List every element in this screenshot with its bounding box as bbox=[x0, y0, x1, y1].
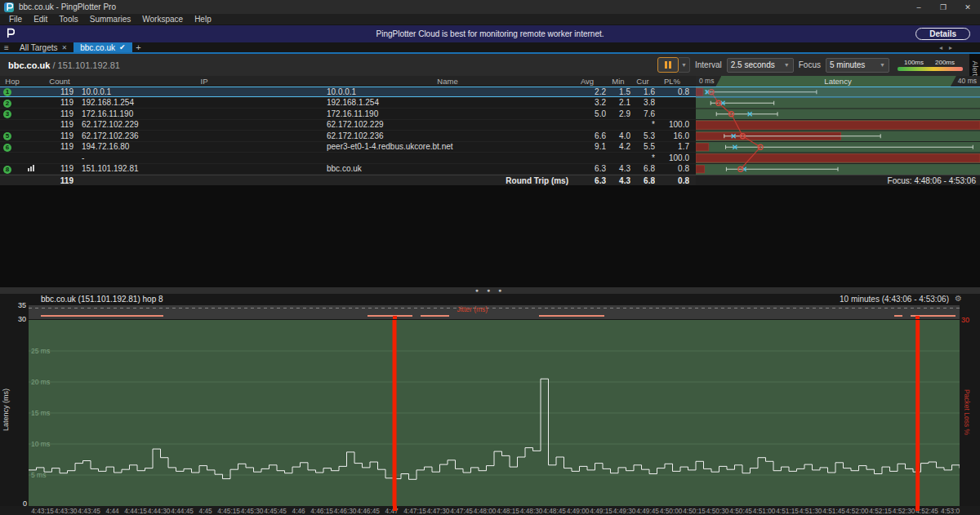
x-tick-label: 4:50:00 bbox=[660, 507, 683, 515]
hop-latency-graph[interactable] bbox=[696, 87, 980, 175]
menu-edit[interactable]: Edit bbox=[28, 15, 53, 24]
tab-all-targets[interactable]: All Targets ✕ bbox=[13, 42, 74, 52]
close-button[interactable]: ✕ bbox=[956, 0, 980, 14]
interval-label: Interval bbox=[695, 60, 722, 69]
tab-all-targets-label: All Targets bbox=[20, 43, 58, 52]
jitter-segment bbox=[894, 315, 902, 317]
timeline-range-label[interactable]: 10 minutes (4:43:06 - 4:53:06) bbox=[840, 295, 949, 304]
hop-avg: 2.2 bbox=[568, 87, 606, 96]
round-trip-label: Round Trip (ms) bbox=[327, 176, 568, 185]
hop-avg: 3.2 bbox=[568, 98, 606, 107]
hamburger-icon[interactable]: ≡ bbox=[0, 42, 13, 52]
y-axis-title: Latency (ms) bbox=[2, 381, 10, 438]
hop-pl: 0.8 bbox=[655, 164, 689, 173]
x-tick-label: 4:46:30 bbox=[334, 507, 357, 515]
details-button[interactable]: Details bbox=[915, 28, 970, 40]
hop-icon-cell bbox=[24, 164, 46, 173]
hop-min: 2.9 bbox=[606, 109, 630, 118]
col-avg[interactable]: Avg bbox=[568, 77, 606, 86]
packet-loss-axis-mark bbox=[915, 506, 920, 511]
hop-name: 10.0.0.1 bbox=[327, 87, 568, 96]
menu-help[interactable]: Help bbox=[189, 15, 217, 24]
round-trip-avg: 6.3 bbox=[568, 176, 606, 185]
table-row-hop-7[interactable]: -*100.0 bbox=[0, 153, 696, 164]
focus-range-label: Focus: 4:48:06 - 4:53:06 bbox=[696, 175, 980, 185]
hop-min: 4.3 bbox=[606, 164, 630, 173]
table-row-hop-1[interactable]: 111910.0.0.110.0.0.12.21.51.60.8 bbox=[0, 87, 696, 98]
table-row-hop-6[interactable]: 6119194.72.16.80peer3-et0-1-4.redbus.ukc… bbox=[0, 142, 696, 153]
interval-select[interactable]: 2.5 seconds ▼ bbox=[727, 58, 794, 73]
round-trip-row: 119 Round Trip (ms) 6.3 4.3 6.8 0.8 bbox=[0, 175, 696, 185]
hop-min: 4.0 bbox=[606, 131, 630, 140]
target-title: bbc.co.uk / 151.101.192.81 bbox=[8, 60, 120, 70]
hop-cur: 7.6 bbox=[630, 109, 655, 118]
menu-summaries[interactable]: Summaries bbox=[84, 15, 137, 24]
jitter-segment bbox=[368, 315, 412, 317]
table-row-hop-2[interactable]: 2119192.168.1.254192.168.1.2543.22.13.8 bbox=[0, 98, 696, 109]
table-row-hop-4[interactable]: 11962.172.102.22962.172.102.229*100.0 bbox=[0, 120, 696, 131]
focus-value: 5 minutes bbox=[830, 60, 865, 69]
minimize-button[interactable]: – bbox=[906, 0, 931, 14]
y-axis-max-label: 30 bbox=[18, 315, 26, 323]
add-target-button[interactable]: + bbox=[132, 42, 145, 52]
svg-text:25 ms: 25 ms bbox=[31, 347, 50, 355]
hop-name: bbc.co.uk bbox=[327, 164, 568, 173]
col-cur[interactable]: Cur bbox=[630, 77, 655, 86]
table-header: Hop Count IP Name Avg Min Cur PL% bbox=[0, 76, 696, 87]
col-min[interactable]: Min bbox=[606, 77, 630, 86]
x-tick-label: 4:43:45 bbox=[78, 507, 100, 515]
hop-avg: 6.6 bbox=[568, 131, 606, 140]
hop-ip: 62.172.102.236 bbox=[82, 131, 327, 140]
x-tick-label: 4:48:15 bbox=[497, 507, 519, 515]
x-tick-label: 4:45:45 bbox=[264, 507, 287, 515]
scroll-tabs-right-icon[interactable]: ▸ bbox=[949, 44, 952, 51]
focus-select[interactable]: 5 minutes ▼ bbox=[826, 58, 889, 73]
hop-badge: 8 bbox=[3, 166, 11, 174]
latency-column-header[interactable]: Latency 0 ms 40 ms bbox=[696, 76, 980, 87]
time-axis: 4:43:154:43:304:43:454:444:44:154:44:304… bbox=[0, 506, 980, 515]
hop-badge: 1 bbox=[3, 88, 11, 96]
window-title: bbc.co.uk - PingPlotter Pro bbox=[19, 2, 116, 11]
x-tick-label: 4:52:00 bbox=[846, 507, 869, 515]
tab-bbc[interactable]: bbc.co.uk ✔ bbox=[74, 42, 131, 52]
hop-count: 119 bbox=[46, 131, 74, 140]
close-tab-icon[interactable]: ✕ bbox=[62, 44, 68, 51]
target-ip: / 151.101.192.81 bbox=[52, 60, 120, 70]
packet-loss-axis-title: Packet Loss % bbox=[963, 384, 971, 441]
latency-timeline-chart[interactable]: 25 ms20 ms15 ms10 ms5 ms bbox=[29, 320, 960, 506]
scroll-tabs-left-icon[interactable]: ◂ bbox=[939, 44, 942, 51]
menu-file[interactable]: File bbox=[3, 15, 28, 24]
col-pl[interactable]: PL% bbox=[655, 77, 689, 86]
table-row-hop-3[interactable]: 3119172.16.11.190172.16.11.1905.02.97.6 bbox=[0, 109, 696, 120]
packet-loss-mark bbox=[393, 316, 397, 319]
col-hop[interactable]: Hop bbox=[0, 77, 24, 86]
pause-dropdown-icon[interactable]: ▼ bbox=[679, 57, 690, 73]
hop-count: 119 bbox=[46, 98, 74, 107]
hop-name: 62.172.102.229 bbox=[327, 120, 568, 129]
hop-count: 119 bbox=[46, 109, 74, 118]
focus-label: Focus bbox=[799, 60, 821, 69]
maximize-button[interactable]: ❐ bbox=[931, 0, 956, 14]
svg-text:20 ms: 20 ms bbox=[31, 378, 50, 386]
target-host: bbc.co.uk bbox=[8, 60, 50, 70]
table-row-hop-8[interactable]: 8119151.101.192.81bbc.co.uk6.34.36.80.8 bbox=[0, 164, 696, 175]
col-count[interactable]: Count bbox=[46, 77, 74, 86]
hop-ip: - bbox=[82, 153, 327, 162]
table-row-hop-5[interactable]: 511962.172.102.23662.172.102.2366.64.05.… bbox=[0, 131, 696, 142]
tab-bar: ≡ All Targets ✕ bbc.co.uk ✔ + ◂ ▸ bbox=[0, 42, 980, 54]
pause-button[interactable] bbox=[657, 57, 679, 73]
x-tick-label: 4:45 bbox=[199, 507, 212, 515]
jitter-segment bbox=[41, 315, 163, 317]
col-name[interactable]: Name bbox=[327, 77, 568, 86]
packet-loss-axis-mark bbox=[393, 506, 397, 511]
jitter-strip[interactable]: Jitter (ms) bbox=[29, 305, 960, 319]
menu-tools[interactable]: Tools bbox=[53, 15, 83, 24]
packet-loss-mark bbox=[915, 316, 920, 319]
menu-workspace[interactable]: Workspace bbox=[136, 15, 189, 24]
target-header: bbc.co.uk / 151.101.192.81 ▼ Interval 2.… bbox=[0, 54, 969, 76]
panel-splitter[interactable]: ● ● ● bbox=[0, 287, 980, 294]
hop-count: 119 bbox=[46, 164, 74, 173]
hop-min: 4.2 bbox=[606, 142, 630, 151]
gear-icon[interactable]: ⚙ bbox=[955, 294, 962, 303]
col-ip[interactable]: IP bbox=[82, 77, 327, 86]
